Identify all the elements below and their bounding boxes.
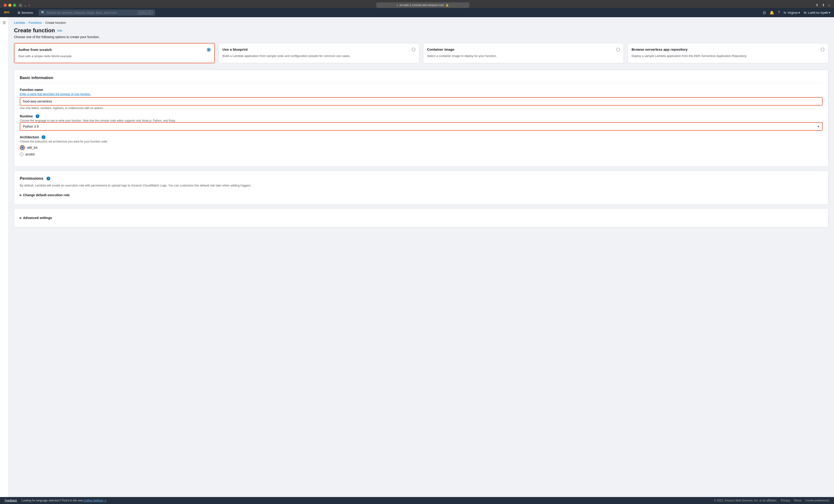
architecture-info-icon[interactable]: i	[42, 135, 45, 139]
hamburger-icon: ☰	[3, 20, 6, 25]
close-button[interactable]	[4, 4, 7, 7]
function-name-field: Function name Enter a name that describe…	[20, 88, 822, 110]
minimize-button[interactable]	[8, 4, 12, 7]
option-container-radio[interactable]	[616, 48, 620, 51]
function-name-note: Use only letters, numbers, hyphens, or u…	[20, 107, 822, 110]
footer-terms-link[interactable]: Terms	[794, 499, 802, 502]
runtime-hint: Choose the language to use to write your…	[20, 119, 822, 122]
architecture-field: Architecture i Choose the instruction se…	[20, 135, 822, 156]
arch-x86-label: x86_64	[27, 146, 38, 150]
footer-copyright: © 2022, Amazon Web Services, Inc. or its…	[714, 499, 777, 502]
maximize-button[interactable]	[13, 4, 16, 7]
advanced-arrow-icon: ▶	[20, 216, 22, 220]
runtime-select[interactable]: Python 3.9 Python 3.8 Node.js 16.x Node.…	[20, 122, 822, 131]
runtime-info-icon[interactable]: i	[36, 114, 39, 118]
back-icon[interactable]: ‹	[29, 3, 30, 7]
option-serverless-repo[interactable]: Browse serverless app repository Deploy …	[628, 43, 829, 63]
runtime-field: Runtime i Choose the language to use to …	[20, 114, 822, 131]
option-author-from-scratch[interactable]: Author from scratch Start with a simple …	[14, 43, 215, 63]
aws-topnav: aws ⊞ Services 🔍 [Option+S] ⊟ 🔔 ? N. Vir…	[0, 8, 834, 17]
footer: Feedback Looking for language selection?…	[0, 497, 834, 504]
option-blueprint-radio[interactable]	[412, 48, 415, 51]
arch-arm-option[interactable]: arm64	[20, 153, 822, 156]
bell-icon[interactable]: 🔔	[770, 10, 774, 15]
traffic-lights	[4, 4, 16, 7]
option-blueprint-desc: Build a Lambda application from sample c…	[222, 54, 415, 59]
feedback-link[interactable]: Feedback	[5, 499, 17, 502]
main-content: Lambda › Functions › Create function Cre…	[8, 17, 834, 497]
chevron-down-icon[interactable]: ⌄	[24, 3, 27, 7]
sidebar-toggle-icon[interactable]: ⊞	[19, 3, 22, 7]
breadcrumb-sep-2: ›	[43, 21, 44, 24]
arch-arm-label: arm64	[25, 153, 35, 156]
unified-settings-link[interactable]: Unified Settings ↗	[84, 499, 106, 502]
browser-actions: ⬇ ⬆ +	[816, 3, 830, 7]
footer-message: Looking for language selection? Find it …	[22, 499, 712, 502]
search-input[interactable]	[47, 11, 136, 15]
page-subtitle: Choose one of the following options to c…	[14, 35, 829, 39]
aws-shell: aws ⊞ Services 🔍 [Option+S] ⊟ 🔔 ? N. Vir…	[0, 8, 834, 504]
option-author-desc: Start with a simple Hello World example.	[18, 54, 211, 59]
function-name-input[interactable]	[20, 97, 822, 106]
option-blueprint-title: Use a blueprint	[222, 47, 248, 51]
architecture-hint: Choose the instruction set architecture …	[20, 140, 822, 143]
option-container[interactable]: Container image Select a container image…	[423, 43, 624, 63]
aws-logo: aws	[4, 9, 11, 16]
user-menu[interactable]: M. Luthfi As Syafii ▾	[804, 11, 830, 15]
footer-privacy-link[interactable]: Privacy	[781, 499, 790, 502]
runtime-select-wrapper: Python 3.9 Python 3.8 Node.js 16.x Node.…	[20, 122, 822, 131]
option-author-title: Author from scratch	[18, 48, 52, 52]
address-bar[interactable]: ● us-east-1.console.aws.amazon.com 🔒	[376, 2, 469, 8]
new-tab-icon[interactable]: +	[828, 3, 830, 7]
services-label: Services	[21, 11, 33, 15]
function-name-hint: Enter a name that describes the purpose …	[20, 93, 822, 96]
option-serverless-radio[interactable]	[821, 48, 825, 51]
advanced-settings-label: Advanced settings	[23, 216, 52, 220]
breadcrumb-sep-1: ›	[26, 21, 27, 24]
change-execution-role-label: Change default execution role	[23, 193, 70, 197]
advanced-settings-toggle[interactable]: ▶ Advanced settings	[20, 214, 822, 222]
lock-icon: 🔒	[445, 3, 449, 7]
region-selector[interactable]: N. Virginia ▾	[784, 11, 800, 15]
basic-info-title: Basic information	[20, 75, 822, 83]
services-button[interactable]: ⊞ Services	[16, 10, 35, 15]
search-bar[interactable]: 🔍 [Option+S]	[39, 9, 155, 16]
runtime-label: Runtime	[20, 114, 33, 118]
arch-arm-radio[interactable]	[20, 153, 23, 156]
page-title-row: Create function Info	[14, 27, 829, 34]
breadcrumb-lambda[interactable]: Lambda	[14, 21, 25, 24]
breadcrumb-functions[interactable]: Functions	[29, 21, 42, 24]
permissions-title: Permissions	[20, 176, 43, 181]
option-serverless-title: Browse serverless app repository	[632, 47, 688, 51]
nav-icons: ⊟ 🔔 ?	[763, 10, 780, 15]
share-icon[interactable]: ⬆	[822, 3, 825, 7]
svg-text:aws: aws	[4, 10, 9, 14]
download-icon[interactable]: ⬇	[816, 3, 819, 7]
url-text: us-east-1.console.aws.amazon.com	[399, 3, 444, 7]
option-container-desc: Select a container image to deploy for y…	[427, 54, 620, 59]
arch-x86-option[interactable]: x86_64	[20, 145, 822, 150]
advanced-settings-section: ▶ Advanced settings	[14, 208, 829, 227]
search-shortcut: [Option+S]	[138, 11, 153, 15]
page-info-link[interactable]: Info	[57, 29, 62, 32]
basic-info-section: Basic information Function name Enter a …	[14, 70, 829, 167]
browser-controls: ⊞ ⌄ ‹	[19, 3, 30, 7]
sidebar-toggle[interactable]: ☰	[0, 17, 8, 497]
option-author-radio[interactable]	[207, 48, 211, 52]
collapsible-arrow-icon: ▶	[20, 193, 22, 197]
search-icon: 🔍	[41, 11, 45, 15]
help-icon[interactable]: ?	[778, 10, 780, 15]
page-title: Create function	[14, 27, 55, 34]
monitor-icon[interactable]: ⊟	[763, 10, 766, 15]
footer-right: © 2022, Amazon Web Services, Inc. or its…	[714, 499, 829, 502]
grid-icon: ⊞	[18, 11, 20, 15]
permissions-info-icon[interactable]: i	[47, 177, 50, 180]
footer-cookie-link[interactable]: Cookie preferences	[805, 499, 829, 502]
option-blueprint[interactable]: Use a blueprint Build a Lambda applicati…	[219, 43, 419, 63]
arch-x86-radio[interactable]	[20, 146, 24, 150]
change-execution-role-toggle[interactable]: ▶ Change default execution role	[20, 191, 822, 199]
breadcrumb: Lambda › Functions › Create function	[14, 21, 829, 24]
browser-chrome: ⊞ ⌄ ‹ ● us-east-1.console.aws.amazon.com…	[0, 0, 834, 8]
option-cards: Author from scratch Start with a simple …	[14, 43, 829, 63]
favicon: ●	[397, 4, 398, 6]
